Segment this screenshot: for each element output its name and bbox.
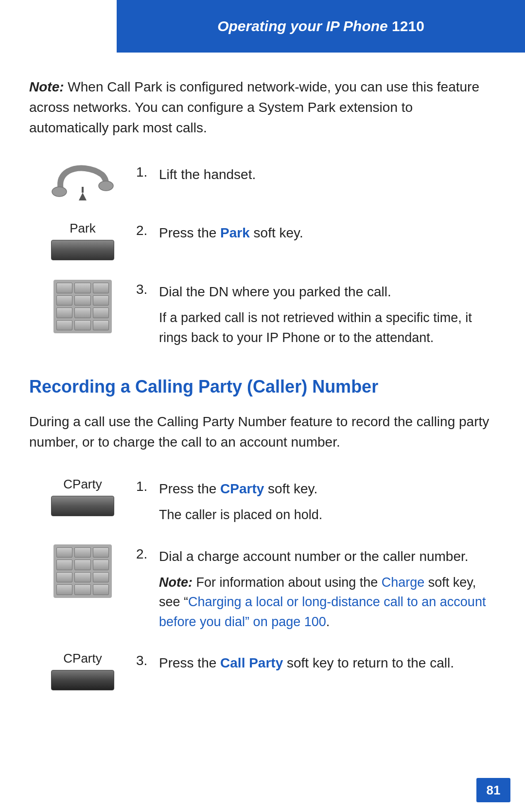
cparty3-label: CParty (63, 651, 102, 666)
svg-point-1 (99, 181, 113, 191)
cparty2-text: Dial a charge account number or the call… (159, 549, 469, 564)
cparty1-softkey-button (51, 496, 114, 516)
page-number: 81 (476, 778, 510, 802)
cparty3-icon-area: CParty (29, 651, 136, 690)
cparty-step-2: 2. Dial a charge account number or the c… (29, 544, 496, 632)
key-cstar (56, 584, 72, 595)
cparty1-icon-area: CParty (29, 477, 136, 516)
note-intro: Note: When Call Park is configured netwo… (29, 77, 496, 138)
step3-subtext: If a parked call is not retrieved within… (159, 308, 496, 347)
step3-icon-area (29, 280, 136, 333)
key-c4 (56, 559, 72, 570)
section2-desc: During a call use the Calling Party Numb… (29, 412, 496, 452)
note-label: Note: (29, 79, 64, 94)
cparty1-number: 1. (136, 479, 147, 494)
park-label: Park (70, 221, 95, 236)
key-c7 (56, 572, 72, 583)
key-c8 (74, 572, 90, 583)
header-bar: Operating your IP Phone 1210 (117, 0, 525, 53)
key-c2 (74, 547, 90, 558)
cparty1-keyword: CParty (220, 481, 264, 496)
cparty3-content: 3. Press the Call Party soft key to retu… (136, 651, 496, 673)
step1-text: Lift the handset. (159, 167, 256, 182)
step2-content: 2. Press the Park soft key. (136, 221, 496, 243)
key-1 (56, 283, 72, 293)
step2-icon-area: Park (29, 221, 136, 260)
step2-number: 2. (136, 223, 147, 238)
cparty1-subtext: The caller is placed on hold. (159, 505, 496, 525)
key-hash (93, 320, 109, 331)
cparty-step-1: CParty 1. Press the CParty soft key. The… (29, 477, 496, 525)
step1-number: 1. (136, 164, 147, 180)
cparty1-text: Press the CParty soft key. (159, 481, 317, 496)
key-c9 (93, 572, 109, 583)
park-keyword: Park (220, 225, 250, 240)
key-star (56, 320, 72, 331)
keypad-icon (53, 280, 112, 333)
key-0 (74, 320, 90, 331)
key-6 (93, 295, 109, 306)
key-c3 (93, 547, 109, 558)
park-step-1: 1. Lift the handset. (29, 162, 496, 201)
step3-number: 3. (136, 282, 147, 297)
charging-link: Charging a local or long-distance call t… (159, 595, 486, 629)
step3-content: 3. Dial the DN where you parked the call… (136, 280, 496, 347)
cparty-steps: CParty 1. Press the CParty soft key. The… (29, 477, 496, 690)
cparty1-content: 1. Press the CParty soft key. The caller… (136, 477, 496, 525)
key-3 (93, 283, 109, 293)
page-content: Note: When Call Park is configured netwo… (29, 53, 496, 783)
key-8 (74, 307, 90, 318)
charge-link: Charge (382, 575, 425, 590)
cparty-step-3: CParty 3. Press the Call Party soft key … (29, 651, 496, 690)
cparty2-icon-area (29, 544, 136, 598)
cparty2-note: Note: For information about using the Ch… (159, 573, 496, 632)
park-step-2: Park 2. Press the Park soft key. (29, 221, 496, 260)
key-9 (93, 307, 109, 318)
key-5 (74, 295, 90, 306)
cparty2-content: 2. Dial a charge account number or the c… (136, 544, 496, 632)
park-steps: 1. Lift the handset. Park 2. Press the P… (29, 162, 496, 347)
handset-icon (49, 162, 117, 201)
park-step-3: 3. Dial the DN where you parked the call… (29, 280, 496, 347)
key-c1 (56, 547, 72, 558)
cparty2-number: 2. (136, 546, 147, 561)
section2-heading: Recording a Calling Party (Caller) Numbe… (29, 377, 496, 397)
key-7 (56, 307, 72, 318)
key-4 (56, 295, 72, 306)
key-c6 (93, 559, 109, 570)
cparty3-number: 3. (136, 653, 147, 668)
cparty3-keyword: Call Party (220, 655, 283, 670)
key-2 (74, 283, 90, 293)
key-c0 (74, 584, 90, 595)
header-title: Operating your IP Phone 1210 (217, 18, 424, 35)
step2-text: Press the Park soft key. (159, 225, 303, 240)
svg-point-0 (52, 187, 67, 197)
key-c5 (74, 559, 90, 570)
cparty1-label: CParty (63, 477, 102, 492)
arrow-up-icon (79, 193, 87, 200)
step1-content: 1. Lift the handset. (136, 162, 496, 185)
park-softkey-button (51, 240, 114, 260)
cparty2-keypad-icon (53, 544, 112, 598)
step3-text: Dial the DN where you parked the call. (159, 284, 391, 299)
step1-icon-area (29, 162, 136, 201)
note-text: When Call Park is configured network-wid… (29, 79, 479, 135)
cparty3-softkey-button (51, 670, 114, 690)
key-chash (93, 584, 109, 595)
cparty3-text: Press the Call Party soft key to return … (159, 655, 454, 670)
